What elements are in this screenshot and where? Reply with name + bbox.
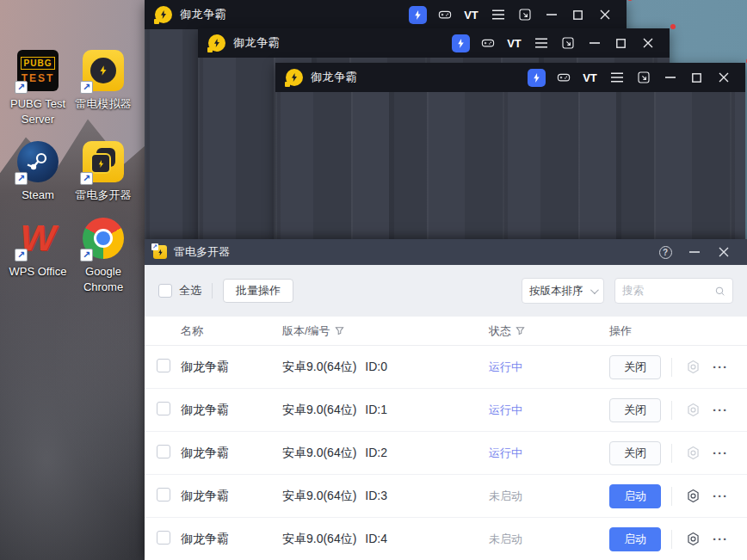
fullscreen-button[interactable] bbox=[630, 63, 657, 92]
chevron-down-icon bbox=[590, 286, 599, 294]
hamburger-icon bbox=[534, 38, 548, 48]
vt-button[interactable]: VT bbox=[501, 28, 528, 58]
lightning-icon bbox=[97, 65, 109, 77]
instance-action-button[interactable]: 关闭 bbox=[609, 355, 661, 379]
filter-funnel-icon[interactable] bbox=[515, 326, 525, 335]
vt-label: VT bbox=[583, 71, 597, 84]
instance-action-button[interactable]: 关闭 bbox=[609, 441, 661, 465]
desktop-icon-steam[interactable]: ↗ Steam bbox=[5, 141, 71, 203]
minimize-button[interactable] bbox=[680, 239, 709, 265]
gamepad-button[interactable] bbox=[474, 28, 501, 58]
row-divider bbox=[671, 401, 672, 420]
instance-status: 未启动 bbox=[489, 532, 609, 547]
more-options-button[interactable]: ··· bbox=[713, 489, 728, 502]
row-divider bbox=[671, 444, 672, 463]
minimize-icon bbox=[665, 77, 676, 78]
settings-gear-icon[interactable] bbox=[683, 402, 702, 418]
minimize-button[interactable] bbox=[581, 28, 608, 58]
emulator-titlebar[interactable]: 御龙争霸 VT bbox=[145, 0, 627, 29]
close-icon bbox=[719, 247, 729, 257]
minimize-button[interactable] bbox=[538, 0, 565, 29]
boost-button[interactable] bbox=[404, 0, 431, 29]
more-options-button[interactable]: ··· bbox=[713, 360, 728, 373]
emulator-titlebar[interactable]: 御龙争霸 VT bbox=[198, 28, 670, 58]
gamepad-button[interactable] bbox=[550, 63, 577, 92]
maximize-icon bbox=[616, 39, 626, 48]
instance-version: 安卓9.0(64位)ID:1 bbox=[282, 403, 489, 418]
filter-funnel-icon[interactable] bbox=[335, 326, 344, 335]
hamburger-icon bbox=[610, 72, 624, 83]
minimize-button[interactable] bbox=[657, 63, 683, 92]
menu-button[interactable] bbox=[603, 63, 630, 92]
instance-name: 御龙争霸 bbox=[181, 532, 282, 547]
instance-version: 安卓9.0(64位)ID:3 bbox=[282, 489, 489, 504]
instance-status: 运行中 bbox=[489, 403, 609, 418]
desktop-icon-wps-office[interactable]: W ↗ WPS Office bbox=[5, 218, 71, 295]
close-icon bbox=[600, 9, 610, 20]
instance-action-button[interactable]: 启动 bbox=[609, 484, 661, 508]
toolbar-divider bbox=[212, 283, 213, 298]
close-button[interactable] bbox=[710, 63, 737, 92]
help-button[interactable]: ? bbox=[651, 239, 680, 265]
settings-gear-icon[interactable] bbox=[683, 359, 702, 375]
manager-window-title: 雷电多开器 bbox=[174, 244, 230, 260]
minimize-icon bbox=[590, 42, 600, 44]
instance-row: 御龙争霸 安卓9.0(64位)ID:3 未启动 启动 ··· bbox=[145, 475, 747, 518]
desktop-icon-google-chrome[interactable]: ↗ Google Chrome bbox=[71, 218, 136, 295]
manager-toolbar: 全选 批量操作 按版本排序 bbox=[145, 265, 747, 317]
more-options-button[interactable]: ··· bbox=[713, 403, 728, 416]
fullscreen-button[interactable] bbox=[554, 28, 581, 58]
maximize-button[interactable] bbox=[608, 28, 634, 58]
maximize-button[interactable] bbox=[683, 63, 710, 92]
settings-gear-icon[interactable] bbox=[683, 488, 702, 504]
instance-row: 御龙争霸 安卓9.0(64位)ID:4 未启动 启动 ··· bbox=[145, 518, 747, 560]
header-actions: 操作 bbox=[609, 323, 747, 339]
settings-gear-icon[interactable] bbox=[683, 445, 702, 461]
pubg-icon-wordmark: PUBG bbox=[21, 57, 56, 70]
sort-select[interactable]: 按版本排序 bbox=[522, 278, 604, 304]
search-icon bbox=[714, 285, 725, 298]
emulator-window-3: 御龙争霸 VT bbox=[275, 63, 745, 239]
header-name: 名称 bbox=[181, 323, 282, 339]
close-button[interactable] bbox=[709, 239, 738, 265]
menu-button[interactable] bbox=[528, 28, 554, 58]
gamepad-button[interactable] bbox=[431, 0, 458, 29]
desktop-icon-ld-emulator[interactable]: ↗ 雷电模拟器 bbox=[71, 50, 136, 127]
search-input[interactable] bbox=[622, 285, 714, 297]
vt-button[interactable]: VT bbox=[458, 0, 485, 29]
boost-button[interactable] bbox=[448, 28, 474, 58]
menu-button[interactable] bbox=[485, 0, 511, 29]
row-checkbox[interactable] bbox=[157, 402, 170, 415]
instance-status: 运行中 bbox=[489, 360, 609, 375]
multi-instance-manager-window: ↗ 雷电多开器 ? 全选 批量操作 按版本排序 名称 版本/编号 bbox=[145, 239, 747, 560]
row-checkbox[interactable] bbox=[157, 531, 170, 545]
close-button[interactable] bbox=[634, 28, 661, 58]
close-button[interactable] bbox=[591, 0, 618, 29]
close-icon bbox=[719, 72, 729, 83]
row-checkbox[interactable] bbox=[157, 488, 170, 502]
boost-button[interactable] bbox=[523, 63, 550, 92]
ldplayer-logo-icon bbox=[208, 34, 225, 52]
batch-operations-button[interactable]: 批量操作 bbox=[223, 279, 293, 303]
instance-action-button[interactable]: 关闭 bbox=[609, 398, 661, 422]
manager-titlebar[interactable]: ↗ 雷电多开器 ? bbox=[145, 239, 747, 265]
select-all-checkbox[interactable] bbox=[158, 284, 172, 298]
settings-gear-icon[interactable] bbox=[683, 531, 702, 547]
desktop-icon-pubg-test-server[interactable]: PUBG TEST ↗ PUBG Test Server bbox=[5, 50, 71, 127]
desktop-icon-ld-multi-opener[interactable]: ↗ 雷电多开器 bbox=[71, 141, 136, 203]
instance-action-button[interactable]: 启动 bbox=[609, 527, 661, 551]
icon-label: 雷电模拟器 bbox=[76, 96, 132, 112]
shortcut-arrow-icon: ↗ bbox=[80, 172, 93, 185]
row-checkbox[interactable] bbox=[157, 359, 170, 372]
fullscreen-button[interactable] bbox=[511, 0, 538, 29]
row-checkbox[interactable] bbox=[157, 445, 170, 458]
maximize-button[interactable] bbox=[565, 0, 591, 29]
vt-button[interactable]: VT bbox=[577, 63, 603, 92]
more-options-button[interactable]: ··· bbox=[713, 532, 728, 545]
search-box bbox=[614, 278, 733, 304]
emulator-titlebar[interactable]: 御龙争霸 VT bbox=[275, 63, 745, 92]
header-status: 状态 bbox=[489, 323, 609, 339]
minimize-icon bbox=[689, 251, 700, 253]
instance-name: 御龙争霸 bbox=[181, 446, 282, 461]
more-options-button[interactable]: ··· bbox=[713, 446, 728, 459]
